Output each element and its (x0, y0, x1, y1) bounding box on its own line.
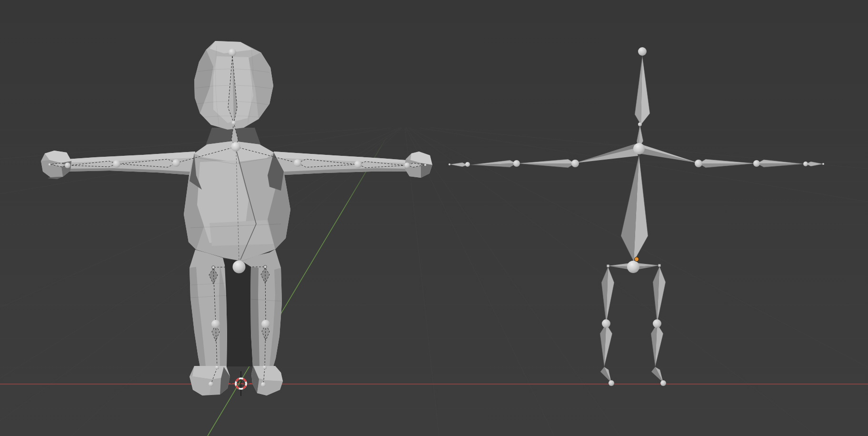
joint-sphere (633, 143, 645, 154)
joint-sphere (513, 160, 520, 167)
joint-dot (212, 266, 215, 269)
joint-sphere (233, 261, 246, 274)
character-leg-gap-shadow (224, 259, 252, 366)
joint-sphere (404, 162, 410, 168)
joint-sphere (638, 47, 647, 56)
joint-sphere (211, 320, 220, 328)
joint-sphere (424, 164, 426, 166)
joint-sphere (695, 160, 702, 167)
character-torso-mesh (184, 141, 290, 261)
joint-sphere (65, 162, 70, 168)
viewport-canvas[interactable] (0, 0, 868, 436)
joint-sphere (638, 122, 642, 126)
joint-sphere (354, 161, 362, 168)
joint-sphere (172, 159, 180, 167)
joint-sphere (449, 163, 450, 165)
object-origin-dot (635, 257, 639, 262)
joint-sphere (261, 382, 266, 387)
joint-sphere (113, 160, 120, 168)
joint-sphere (209, 382, 213, 386)
joint-sphere (653, 319, 661, 328)
joint-sphere (294, 159, 301, 167)
joint-sphere (232, 121, 236, 125)
joint-sphere (660, 380, 666, 386)
joint-sphere (465, 162, 470, 167)
joint-sphere (803, 162, 808, 166)
character-foot-left-mesh (190, 366, 230, 395)
joint-sphere (822, 163, 824, 165)
joint-dot (607, 265, 609, 267)
joint-sphere (627, 261, 639, 273)
viewport-background (0, 0, 868, 436)
joint-dot (264, 265, 267, 268)
joint-sphere (261, 320, 270, 328)
viewport-3d[interactable] (0, 0, 868, 436)
joint-dot (658, 264, 661, 267)
joint-sphere (263, 365, 267, 369)
joint-sphere (571, 160, 579, 167)
joint-sphere (229, 49, 236, 56)
joint-sphere (602, 319, 610, 328)
joint-sphere (215, 365, 219, 369)
joint-sphere (49, 163, 50, 165)
joint-sphere (609, 380, 614, 386)
joint-sphere (231, 142, 240, 152)
joint-sphere (753, 160, 760, 167)
